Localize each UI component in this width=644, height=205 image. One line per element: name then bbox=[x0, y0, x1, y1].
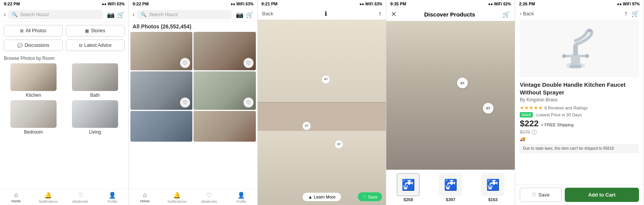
phone-1: 9:22 PM ●● WiFi 63% ‹ 🔍 Search Houzz 📷 🛒… bbox=[0, 0, 129, 205]
photo-6[interactable] bbox=[194, 111, 255, 142]
cart-icon-5[interactable]: 🛒 bbox=[631, 10, 639, 17]
wifi-icon-3: WiFi bbox=[365, 2, 373, 6]
svg-rect-1 bbox=[571, 54, 580, 66]
faucet-image bbox=[556, 23, 602, 73]
stories-button[interactable]: ▦ Stories bbox=[66, 25, 125, 36]
phone-2: 9:22 PM ●● WiFi 63% ‹ 🔍 Search Houzz 📷 🛒… bbox=[129, 0, 258, 205]
nav-profile-2[interactable]: 👤 Profile bbox=[225, 192, 257, 203]
heart-photo-2[interactable]: ♡ bbox=[244, 58, 254, 68]
all-photos-button[interactable]: ⊞ All Photos bbox=[4, 25, 63, 36]
home-icon-2: ⌂ bbox=[143, 192, 147, 198]
svg-rect-8 bbox=[570, 65, 581, 68]
photo-5[interactable] bbox=[130, 111, 192, 142]
photo-3[interactable]: ♡ bbox=[130, 71, 192, 110]
rating-row: ★★★★★ 8 Reviews and Ratings bbox=[520, 105, 639, 111]
latest-advice-button[interactable]: ⊟ Latest Advice bbox=[66, 40, 125, 51]
room-bedroom[interactable]: Bedroom bbox=[4, 100, 63, 135]
info-icon-3[interactable]: ℹ bbox=[325, 10, 327, 17]
share-icon-3[interactable]: ↑ bbox=[378, 10, 381, 17]
heart-photo-1[interactable]: ♡ bbox=[180, 58, 190, 68]
time-2: 9:22 PM bbox=[133, 2, 149, 6]
heart-icon-nav-2: ♡ bbox=[206, 192, 212, 199]
nav-notifications-2[interactable]: 🔔 Notifications bbox=[161, 192, 193, 203]
camera-button-1[interactable]: 📷 bbox=[107, 11, 115, 18]
top-nav-3: Back ℹ ↑ bbox=[258, 8, 386, 20]
add-to-cart-button[interactable]: Add to Cart bbox=[565, 188, 639, 202]
advice-icon: ⊟ bbox=[79, 43, 82, 48]
stories-icon: ▦ bbox=[85, 28, 89, 33]
learn-more-button[interactable]: ▲ Learn More bbox=[303, 193, 341, 201]
discover-tag-2[interactable]: 🏷 bbox=[483, 103, 494, 114]
nav-profile-1[interactable]: 👤 Profile bbox=[96, 192, 128, 203]
bath-image bbox=[72, 63, 118, 91]
room-living[interactable]: Living bbox=[65, 100, 125, 135]
all-photos-header: All Photos (26,552,454) bbox=[129, 22, 257, 32]
product-content: Vintage Double Handle Kitchen Faucet Wit… bbox=[515, 20, 644, 184]
price-tag-2[interactable]: 🏷 bbox=[302, 122, 311, 130]
svg-point-6 bbox=[562, 54, 566, 58]
kitchen-label: Kitchen bbox=[26, 93, 41, 98]
cart-button-2[interactable]: 🛒 bbox=[246, 11, 254, 18]
price-tag-3[interactable]: 🏷 bbox=[335, 140, 343, 149]
share-icon-5[interactable]: ↑ bbox=[624, 10, 627, 17]
nav-ideabooks-2[interactable]: ♡ Ideabooks bbox=[193, 192, 225, 203]
variant-2[interactable]: 🚰 $397 bbox=[430, 173, 471, 202]
signal-icon-3: ●● bbox=[359, 2, 364, 6]
camera-button-2[interactable]: 📷 bbox=[236, 11, 244, 18]
nav-notifications-1[interactable]: 🔔 Notifications bbox=[32, 192, 64, 203]
bedroom-label: Bedroom bbox=[24, 129, 43, 135]
bottom-nav-1: ⌂ Home 🔔 Notifications ♡ Ideabooks 👤 Pro… bbox=[0, 189, 128, 205]
back-button-3[interactable]: Back bbox=[262, 11, 274, 17]
living-label: Living bbox=[89, 129, 101, 135]
photo-1[interactable]: ♡ bbox=[130, 32, 192, 70]
save-button-5[interactable]: ♡ Save bbox=[520, 188, 562, 202]
nav-ideabooks-1[interactable]: ♡ Ideabooks bbox=[64, 192, 96, 203]
heart-photo-3[interactable]: ♡ bbox=[180, 98, 190, 107]
status-icons-1: ●● WiFi 63% bbox=[102, 2, 125, 6]
variant-img-1: 🚰 bbox=[397, 173, 420, 196]
battery-5: 97% bbox=[632, 2, 640, 6]
price-row: $222 + FREE Shipping bbox=[520, 119, 639, 129]
status-bar-1: 9:22 PM ●● WiFi 63% bbox=[0, 0, 128, 8]
discover-tag-1[interactable]: 🏷 bbox=[457, 78, 468, 88]
cart-button-4[interactable]: 🛒 bbox=[502, 11, 510, 18]
cart-button-1[interactable]: 🛒 bbox=[117, 11, 125, 18]
discussions-button[interactable]: 💬 Discussions bbox=[4, 40, 63, 51]
top-nav-1: ‹ 🔍 Search Houzz 📷 🛒 bbox=[0, 8, 128, 22]
living-image bbox=[72, 100, 118, 128]
bottom-nav-2: ⌂ Home 🔔 Notifications ♡ Ideabooks 👤 Pro… bbox=[129, 189, 257, 205]
photo-2[interactable]: ♡ bbox=[194, 32, 255, 70]
variant-price-3: $163 bbox=[488, 197, 497, 202]
back-button-1[interactable]: ‹ bbox=[4, 11, 6, 18]
close-button-4[interactable]: ✕ bbox=[391, 10, 397, 18]
original-price-row: $270 i bbox=[520, 129, 639, 135]
kitchen-image bbox=[10, 63, 57, 91]
product-name: Vintage Double Handle Kitchen Faucet Wit… bbox=[520, 81, 639, 96]
browse-title: Browse Photos by Room bbox=[0, 54, 128, 63]
time-3: 9:21 PM bbox=[262, 2, 278, 6]
search-bar-1[interactable]: 🔍 Search Houzz bbox=[8, 10, 103, 19]
variant-3[interactable]: 🚰 $163 bbox=[472, 173, 513, 202]
time-1: 9:22 PM bbox=[4, 2, 20, 6]
heart-icon-save-5: ♡ bbox=[532, 192, 536, 198]
search-bar-2[interactable]: 🔍 Search Houzz bbox=[137, 10, 232, 19]
info-icon-price[interactable]: i bbox=[532, 130, 537, 135]
save-button-3[interactable]: ♡ Save bbox=[358, 192, 382, 201]
battery-3: 63% bbox=[374, 2, 382, 6]
room-bath[interactable]: Bath bbox=[65, 63, 125, 98]
nav-home-2[interactable]: ⌂ Home bbox=[129, 192, 161, 203]
photo-grid: ♡ ♡ ♡ ♡ bbox=[129, 32, 257, 142]
back-button-2[interactable]: ‹ bbox=[133, 11, 135, 18]
shipping-row: 🚚 bbox=[520, 136, 639, 142]
wifi-icon-2: WiFi bbox=[237, 2, 245, 6]
back-button-5[interactable]: ‹ Back bbox=[520, 11, 534, 17]
upper-cabinets bbox=[258, 20, 386, 103]
room-grid: Kitchen Bath Bedroom Living bbox=[0, 63, 128, 135]
wifi-icon-4: WiFi bbox=[494, 2, 502, 6]
nav-home-1[interactable]: ⌂ Home bbox=[0, 192, 32, 203]
heart-photo-4[interactable]: ♡ bbox=[244, 98, 254, 107]
variant-1[interactable]: 🚰 $258 bbox=[388, 173, 429, 202]
photo-4[interactable]: ♡ bbox=[194, 71, 255, 110]
room-kitchen[interactable]: Kitchen bbox=[4, 63, 63, 98]
variant-price-1: $258 bbox=[404, 197, 413, 202]
